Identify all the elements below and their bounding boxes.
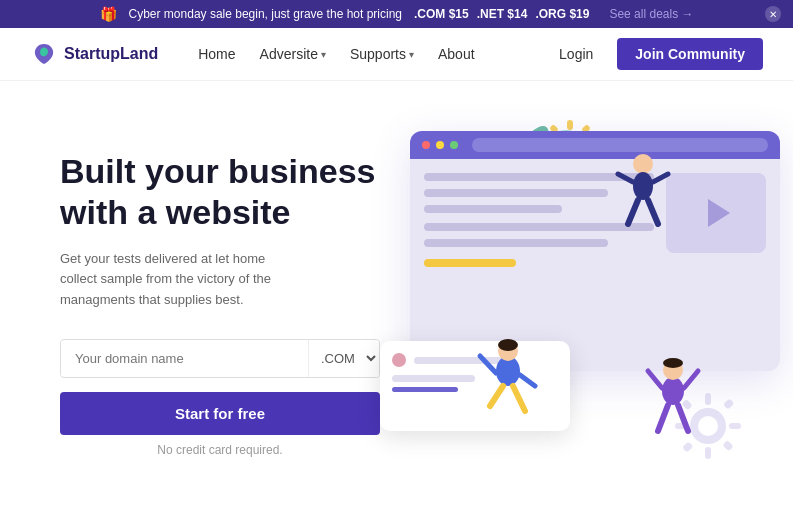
nav-links: Home Adversite ▾ Supports ▾ About [188,40,547,68]
see-all-deals-link[interactable]: See all deals → [609,7,693,21]
tld-badges: .COM $15 .NET $14 .ORG $19 [414,7,589,21]
svg-rect-25 [723,398,734,409]
start-for-free-button[interactable]: Start for free [60,392,380,435]
mini-card-avatar [392,353,406,367]
svg-rect-21 [729,423,741,429]
content-line-2 [424,189,608,197]
adversite-chevron-icon: ▾ [321,49,326,60]
domain-ext-select[interactable]: .COM .NET .ORG .IO [308,340,379,377]
no-credit-card-text: No credit card required. [60,443,380,457]
svg-line-43 [653,174,668,182]
svg-point-41 [633,172,653,200]
logo[interactable]: StartupLand [30,40,158,68]
svg-line-39 [678,405,688,431]
svg-point-40 [633,154,653,174]
svg-line-32 [513,386,525,411]
person-3-icon [613,146,673,246]
svg-point-33 [662,377,684,405]
browser-dot-yellow [436,141,444,149]
svg-point-28 [498,339,518,351]
svg-line-31 [490,386,503,406]
svg-line-37 [684,371,698,388]
svg-line-38 [658,405,668,431]
domain-input[interactable] [61,341,308,376]
logo-icon [30,40,58,68]
nav-about[interactable]: About [428,40,485,68]
logo-text: StartupLand [64,45,158,63]
browser-window [410,131,780,371]
hero-section: Built your business with a website Get y… [0,81,793,501]
banner-close-button[interactable]: ✕ [765,6,781,22]
nav-supports[interactable]: Supports ▾ [340,40,424,68]
content-accent-line [424,259,516,267]
browser-dot-green [450,141,458,149]
tld-org[interactable]: .ORG $19 [535,7,589,21]
bottom-section: Ideal solutions for you Didn't find what… [0,501,793,529]
gift-icon: 🎁 [100,6,117,22]
play-icon [708,199,730,227]
mini-card-accent-line [392,387,458,392]
svg-line-30 [520,375,535,386]
mini-card-line-2 [392,375,475,382]
svg-line-29 [480,356,496,373]
nav-home[interactable]: Home [188,40,245,68]
content-line-3 [424,205,562,213]
hero-subtitle: Get your tests delivered at let home col… [60,249,300,311]
person-1-icon [470,331,545,451]
banner-text: Cyber monday sale begin, just grave the … [129,7,403,21]
nav-adversite[interactable]: Adversite ▾ [250,40,336,68]
svg-line-36 [648,371,662,388]
svg-rect-9 [567,120,573,130]
browser-video-thumb [666,173,766,253]
nav-actions: Login Join Community [547,38,763,70]
tld-com[interactable]: .COM $15 [414,7,469,21]
hero-left: Built your business with a website Get y… [60,131,380,457]
navbar: StartupLand Home Adversite ▾ Supports ▾ … [0,28,793,81]
tld-net[interactable]: .NET $14 [477,7,528,21]
svg-point-35 [663,358,683,368]
login-button[interactable]: Login [547,40,605,68]
browser-bar [410,131,780,159]
domain-input-row: .COM .NET .ORG .IO [60,339,380,378]
svg-line-42 [618,174,633,182]
svg-line-45 [648,200,658,224]
supports-chevron-icon: ▾ [409,49,414,60]
svg-rect-23 [722,440,733,451]
browser-content [410,159,780,289]
browser-dot-red [422,141,430,149]
svg-line-44 [628,200,638,224]
hero-title: Built your business with a website [60,151,380,233]
hero-illustration [380,131,743,471]
content-line-5 [424,239,608,247]
top-banner: 🎁 Cyber monday sale begin, just grave th… [0,0,793,28]
person-2-icon [638,336,708,466]
join-community-button[interactable]: Join Community [617,38,763,70]
